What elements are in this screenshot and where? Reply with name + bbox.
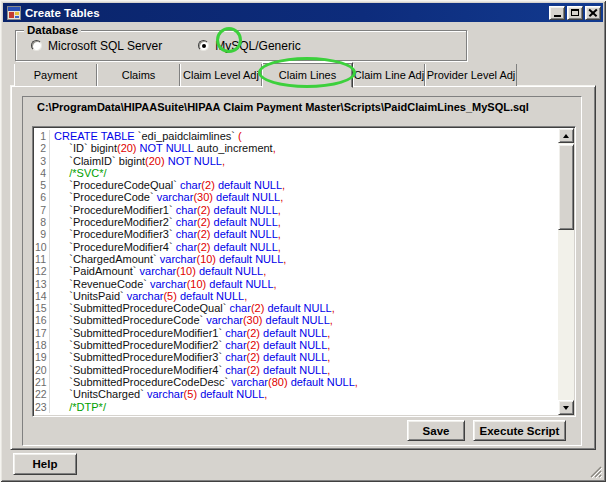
code-segment: `edi_paidclaimlines` xyxy=(138,130,238,142)
line-number: 20 xyxy=(35,364,50,376)
line-number: 19 xyxy=(35,351,50,363)
code-segment: (2) xyxy=(201,179,214,191)
resize-grip-icon[interactable] xyxy=(589,465,602,478)
code-segment: NOT NULL xyxy=(168,155,222,167)
tab-claim-lines[interactable]: Claim Lines xyxy=(262,62,353,88)
code-line: 15 `SubmittedProcedureCodeQual` char(2) … xyxy=(35,302,556,314)
code-segment: `SubmittedProcedureModifier2` xyxy=(54,339,225,351)
code-segment: default NULL xyxy=(266,314,330,326)
database-group-label: Database xyxy=(24,24,81,37)
execute-script-button[interactable]: Execute Script xyxy=(473,420,566,441)
code-line: 8 `ProcedureModifier2` char(2) default N… xyxy=(35,216,556,228)
tab-strip: PaymentClaimsClaim Level AdjClaim LinesC… xyxy=(14,64,517,86)
code-segment: varchar xyxy=(150,278,187,290)
code-line: 22 `UnitsCharged` varchar(5) default NUL… xyxy=(35,388,556,400)
code-segment: default NULL xyxy=(199,265,263,277)
code-segment: char xyxy=(176,241,197,253)
code-segment: default NULL xyxy=(216,191,280,203)
scrollbar-thumb[interactable] xyxy=(558,144,574,230)
database-radio-group: Microsoft SQL ServerMySQL/Generic xyxy=(16,31,466,60)
code-segment: , xyxy=(244,290,247,302)
code-segment: (2) xyxy=(251,302,264,314)
code-segment: varchar xyxy=(147,388,184,400)
code-segment: (5) xyxy=(184,388,197,400)
code-segment: (2) xyxy=(247,339,260,351)
title-bar[interactable]: Create Tables xyxy=(3,3,603,22)
tab-claim-level-adj[interactable]: Claim Level Adj xyxy=(180,64,262,86)
tab-claim-line-adj[interactable]: Claim Line Adj xyxy=(353,64,425,86)
radio-label: MySQL/Generic xyxy=(215,39,300,53)
code-segment: default NULL xyxy=(263,351,327,363)
code-segment: `ChargedAmount` xyxy=(54,253,160,265)
sql-script-editor[interactable]: 1CREATE TABLE `edi_paidclaimlines` (2 `I… xyxy=(32,126,576,417)
line-number: 5 xyxy=(35,179,50,191)
code-segment: , xyxy=(332,302,335,314)
code-segment: ( xyxy=(238,130,242,142)
close-button[interactable] xyxy=(585,6,601,20)
maximize-button[interactable] xyxy=(567,6,583,20)
code-segment: (2) xyxy=(197,216,210,228)
line-number: 17 xyxy=(35,327,50,339)
code-segment: `ProcedureModifier3` xyxy=(54,228,176,240)
code-segment: char xyxy=(225,327,246,339)
scroll-up-button[interactable] xyxy=(558,128,574,143)
script-file-path: C:\ProgramData\HIPAASuite\HIPAA Claim Pa… xyxy=(37,101,529,113)
code-segment: varchar xyxy=(127,290,164,302)
line-number: 9 xyxy=(35,228,50,240)
window-title: Create Tables xyxy=(25,7,547,19)
vertical-scrollbar[interactable] xyxy=(558,128,574,415)
code-line: 10 `ProcedureModifier4` char(2) default … xyxy=(35,241,556,253)
code-segment: `SubmittedProcedureCode` xyxy=(54,314,206,326)
minimize-button[interactable] xyxy=(549,6,565,20)
code-segment: varchar xyxy=(231,376,268,388)
code-segment: , xyxy=(274,278,277,290)
line-number: 14 xyxy=(35,290,50,302)
code-segment: default NULL xyxy=(214,241,278,253)
code-segment: default NULL xyxy=(263,339,327,351)
help-button[interactable]: Help xyxy=(13,453,77,475)
radio-microsoft-sql-server[interactable]: Microsoft SQL Server xyxy=(31,39,162,53)
code-segment: (10) xyxy=(176,265,196,277)
code-segment: `SubmittedProcedureModifier3` xyxy=(54,351,225,363)
code-segment: (30) xyxy=(243,314,263,326)
line-number: 8 xyxy=(35,216,50,228)
code-segment: , xyxy=(278,228,281,240)
code-segment: char xyxy=(225,364,246,376)
line-number: 2 xyxy=(35,142,50,154)
line-number: 12 xyxy=(35,265,50,277)
tab-payment[interactable]: Payment xyxy=(14,64,97,86)
code-segment: (2) xyxy=(247,364,260,376)
code-segment: (20) xyxy=(145,155,165,167)
line-number: 3 xyxy=(35,155,50,167)
radio-circle-icon[interactable] xyxy=(198,40,209,51)
code-segment: (2) xyxy=(197,228,210,240)
create-tables-dialog: Create Tables Database Microsoft SQL Ser… xyxy=(0,0,606,482)
code-line: 3 `ClaimID` bigint(20) NOT NULL, xyxy=(35,155,556,167)
database-groupbox: Database Microsoft SQL ServerMySQL/Gener… xyxy=(15,30,467,61)
radio-mysql-generic[interactable]: MySQL/Generic xyxy=(198,39,300,53)
code-segment: `RevenueCode` xyxy=(54,278,150,290)
code-line: 9 `ProcedureModifier3` char(2) default N… xyxy=(35,228,556,240)
code-segment: (5) xyxy=(163,290,176,302)
line-number: 7 xyxy=(35,204,50,216)
save-button[interactable]: Save xyxy=(407,420,465,441)
radio-circle-icon[interactable] xyxy=(31,40,42,51)
code-segment: , xyxy=(327,339,330,351)
code-segment: char xyxy=(180,179,201,191)
code-segment: , xyxy=(280,191,283,203)
tab-provider-level-adj[interactable]: Provider Level Adj xyxy=(425,64,517,86)
line-number: 10 xyxy=(35,241,50,253)
line-number: 13 xyxy=(35,278,50,290)
code-segment: (2) xyxy=(197,204,210,216)
code-segment: (10) xyxy=(196,253,216,265)
code-line: 5 `ProcedureCodeQual` char(2) default NU… xyxy=(35,179,556,191)
arrow-down-icon xyxy=(563,406,569,410)
code-segment: , xyxy=(355,376,358,388)
code-segment: `PaidAmount` xyxy=(54,265,140,277)
code-segment: default NULL xyxy=(214,204,278,216)
app-window-icon xyxy=(7,6,21,20)
tab-claims[interactable]: Claims xyxy=(97,64,180,86)
code-segment: /*SVC*/ xyxy=(54,167,107,179)
scroll-down-button[interactable] xyxy=(558,400,574,415)
code-segment: default NULL xyxy=(209,278,273,290)
